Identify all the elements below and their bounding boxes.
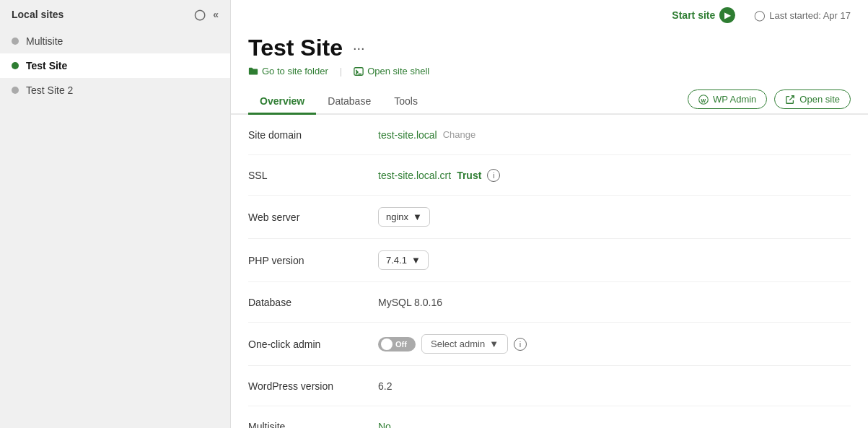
overview-row-wp-version: WordPress version 6.2 — [248, 366, 851, 406]
tab-tools[interactable]: Tools — [382, 89, 429, 115]
status-dot-test-site-2 — [12, 87, 19, 94]
sidebar-item-label: Multisite — [26, 35, 63, 47]
site-actions: Go to site folder | Open site shell — [248, 66, 851, 77]
database-value: MySQL 8.0.16 — [378, 297, 442, 308]
sidebar-title: Local sites — [12, 9, 63, 20]
database-label: Database — [248, 297, 378, 308]
ssl-cert-text: test-site.local.crt — [378, 170, 451, 181]
site-header: Test Site ··· Go to site folder | Open s… — [231, 26, 868, 77]
sidebar-header: Local sites ◯ « — [0, 0, 230, 29]
sidebar-item-test-site-2[interactable]: Test Site 2 — [0, 78, 230, 102]
open-site-button[interactable]: Open site — [774, 89, 851, 109]
site-title: Test Site — [248, 35, 343, 61]
main-content: Start site ▶ ◯ Last started: Apr 17 Test… — [231, 0, 868, 428]
select-admin-text: Select admin — [431, 339, 485, 349]
webserver-text: nginx — [386, 211, 408, 222]
wp-admin-button[interactable]: W WP Admin — [688, 89, 767, 109]
sidebar-item-test-site[interactable]: Test Site — [0, 53, 230, 78]
chevron-down-icon: ▼ — [489, 339, 499, 349]
collapse-icon[interactable]: « — [213, 9, 219, 20]
php-value: 7.4.1 ▼ — [378, 250, 429, 270]
oneclick-toggle[interactable]: Off — [378, 337, 416, 351]
wp-version-label: WordPress version — [248, 380, 378, 392]
go-to-site-folder-button[interactable]: Go to site folder — [248, 66, 337, 77]
php-label: PHP version — [248, 255, 378, 266]
chevron-down-icon: ▼ — [411, 255, 421, 266]
ssl-label: SSL — [248, 170, 378, 181]
change-link[interactable]: Change — [443, 129, 476, 140]
folder-icon — [248, 66, 258, 77]
action-divider: | — [340, 66, 342, 77]
tab-list: Overview Database Tools — [248, 89, 429, 113]
open-shell-label: Open site shell — [367, 66, 429, 77]
svg-text:W: W — [701, 97, 706, 102]
overview-row-multisite: Multisite No — [248, 406, 851, 428]
overview-row-database: Database MySQL 8.0.16 — [248, 282, 851, 323]
multisite-value: No — [378, 421, 391, 429]
history-icon[interactable]: ◯ — [194, 9, 206, 20]
more-options-button[interactable]: ··· — [350, 40, 368, 56]
site-title-row: Test Site ··· — [248, 35, 851, 61]
domain-label: Site domain — [248, 129, 378, 141]
overview-row-domain: Site domain test-site.local Change — [248, 115, 851, 155]
status-dot-multisite — [12, 38, 19, 45]
terminal-icon — [354, 66, 364, 77]
sidebar: Local sites ◯ « Multisite Test Site Test… — [0, 0, 231, 428]
oneclick-value: Off Select admin ▼ i — [378, 334, 527, 354]
overview-row-webserver: Web server nginx ▼ — [248, 196, 851, 239]
clock-icon: ◯ — [754, 9, 766, 21]
oneclick-label: One-click admin — [248, 339, 378, 350]
wp-admin-label: WP Admin — [713, 94, 756, 105]
wp-version-value: 6.2 — [378, 380, 392, 392]
open-site-shell-button[interactable]: Open site shell — [345, 66, 438, 77]
sidebar-header-icons: ◯ « — [194, 9, 219, 20]
last-started-text: Last started: Apr 17 — [769, 10, 851, 21]
webserver-value: nginx ▼ — [378, 207, 430, 227]
php-dropdown[interactable]: 7.4.1 ▼ — [378, 250, 429, 270]
wp-icon: W — [698, 95, 709, 105]
oneclick-info-icon[interactable]: i — [514, 338, 527, 351]
sidebar-item-label: Test Site 2 — [26, 84, 73, 96]
webserver-label: Web server — [248, 211, 378, 223]
sidebar-item-multisite[interactable]: Multisite — [0, 29, 230, 53]
ssl-info-icon[interactable]: i — [487, 169, 500, 182]
overview-content: Site domain test-site.local Change SSL t… — [231, 115, 868, 428]
tab-overview[interactable]: Overview — [248, 89, 316, 115]
tabs: Overview Database Tools W WP Admin Open … — [231, 82, 868, 115]
overview-row-oneclick: One-click admin Off Select admin ▼ i — [248, 323, 851, 366]
multisite-text: No — [378, 421, 391, 429]
database-text: MySQL 8.0.16 — [378, 297, 442, 308]
last-started: ◯ Last started: Apr 17 — [754, 9, 851, 21]
top-bar: Start site ▶ ◯ Last started: Apr 17 — [231, 0, 868, 26]
start-site-button[interactable]: Start site ▶ — [672, 7, 735, 23]
sidebar-item-label: Test Site — [26, 60, 67, 71]
ssl-value: test-site.local.crt Trust i — [378, 169, 500, 182]
tab-database[interactable]: Database — [316, 89, 382, 115]
webserver-dropdown[interactable]: nginx ▼ — [378, 207, 430, 227]
overview-row-ssl: SSL test-site.local.crt Trust i — [248, 155, 851, 196]
toggle-label: Off — [395, 340, 407, 349]
toggle-circle — [381, 339, 393, 350]
select-admin-dropdown[interactable]: Select admin ▼ — [421, 334, 508, 354]
go-to-folder-label: Go to site folder — [262, 66, 328, 77]
start-site-label: Start site — [672, 9, 715, 21]
status-dot-test-site — [12, 62, 19, 69]
open-site-label: Open site — [799, 94, 840, 105]
domain-value: test-site.local Change — [378, 129, 475, 141]
trust-button[interactable]: Trust — [457, 170, 481, 181]
external-link-icon — [785, 95, 795, 105]
multisite-label: Multisite — [248, 421, 378, 429]
start-site-arrow-icon: ▶ — [719, 7, 735, 23]
tab-actions: W WP Admin Open site — [688, 89, 851, 113]
chevron-down-icon: ▼ — [413, 211, 422, 222]
domain-text: test-site.local — [378, 129, 437, 141]
wp-version-text: 6.2 — [378, 380, 392, 392]
php-text: 7.4.1 — [386, 255, 407, 266]
overview-row-php: PHP version 7.4.1 ▼ — [248, 239, 851, 282]
